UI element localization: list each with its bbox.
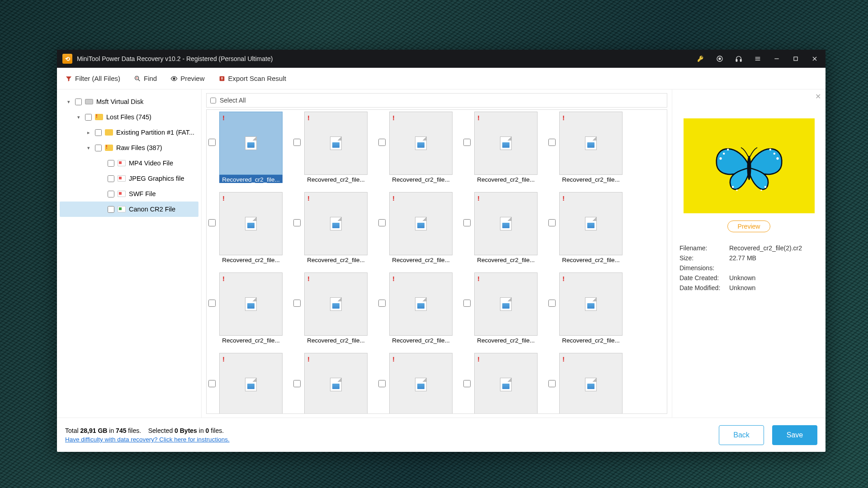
thumbnail-label: Recovered_cr2_file... (219, 175, 283, 183)
select-all-checkbox[interactable] (210, 98, 216, 103)
maximize-icon[interactable] (788, 52, 804, 66)
tree-checkbox[interactable] (95, 129, 102, 136)
file-thumbnail[interactable]: !Recovered_cr2_file... (293, 353, 368, 414)
file-thumbnail[interactable]: !Recovered_cr2_file... (548, 272, 623, 344)
preview-button[interactable]: Preview (170, 75, 204, 82)
file-thumbnail[interactable]: !Recovered_cr2_file... (548, 353, 623, 414)
thumbnail-label: Recovered_cr2_file... (304, 175, 368, 183)
file-checkbox[interactable] (208, 219, 216, 226)
tree-partition[interactable]: ▸ Existing Partition #1 (FAT... (60, 125, 198, 140)
file-checkbox[interactable] (378, 380, 386, 387)
tree-checkbox[interactable] (108, 160, 114, 167)
file-grid-area: Select All !Recovered_cr2_file...!Recove… (202, 89, 672, 418)
thumbnail-image: ! (474, 112, 538, 175)
thumbnail-image: ! (304, 112, 368, 175)
export-button[interactable]: Export Scan Result (218, 75, 286, 82)
toolbar: Filter (All Files) Find Preview Export S… (57, 68, 826, 89)
file-checkbox[interactable] (463, 219, 471, 226)
file-checkbox[interactable] (293, 219, 301, 226)
thumbnail-label: Recovered_cr2_file... (474, 175, 538, 183)
svg-point-20 (773, 153, 775, 155)
tree-cr2[interactable]: ▸ Canon CR2 File (60, 202, 198, 217)
tree-checkbox[interactable] (75, 99, 82, 105)
file-checkbox[interactable] (463, 300, 471, 307)
file-thumbnail[interactable]: !Recovered_cr2_file... (378, 272, 453, 344)
tree-raw-files[interactable]: ▾ Raw Files (387) (60, 140, 198, 155)
grid-scroll[interactable]: !Recovered_cr2_file...!Recovered_cr2_fil… (206, 109, 667, 414)
tree-label: Lost Files (745) (106, 113, 151, 121)
file-thumbnail[interactable]: !Recovered_cr2_file... (208, 272, 283, 344)
file-grid: !Recovered_cr2_file...!Recovered_cr2_fil… (208, 111, 666, 414)
preview-label: Preview (180, 75, 204, 82)
file-checkbox[interactable] (463, 380, 471, 387)
file-checkbox[interactable] (293, 380, 301, 387)
tree-jpeg[interactable]: ▸ JPEG Graphics file (60, 171, 198, 186)
disc-icon[interactable] (712, 52, 728, 66)
file-checkbox[interactable] (293, 300, 301, 307)
file-checkbox[interactable] (548, 380, 556, 387)
stats-line: Total 28,91 GB in 745 files. Selected 0 … (65, 427, 230, 434)
tree-checkbox[interactable] (108, 175, 114, 182)
open-preview-button[interactable]: Preview (727, 221, 771, 232)
file-thumbnail[interactable]: !Recovered_cr2_file... (463, 272, 538, 344)
filter-button[interactable]: Filter (All Files) (65, 75, 120, 82)
file-thumbnail[interactable]: !Recovered_cr2_file... (378, 353, 453, 414)
tree-checkbox[interactable] (95, 145, 102, 151)
tree-root[interactable]: ▾ Msft Virtual Disk (60, 94, 198, 109)
file-checkbox[interactable] (208, 139, 216, 146)
file-checkbox[interactable] (378, 139, 386, 146)
back-button[interactable]: Back (719, 425, 764, 445)
file-thumbnail[interactable]: !Recovered_cr2_file... (208, 112, 283, 183)
filetype-icon (117, 205, 126, 213)
close-icon[interactable] (807, 52, 823, 66)
file-checkbox[interactable] (293, 139, 301, 146)
thumbnail-image: ! (389, 192, 453, 255)
svg-point-13 (136, 77, 137, 79)
minimize-icon[interactable] (769, 52, 785, 66)
save-button[interactable]: Save (772, 425, 817, 445)
file-thumbnail[interactable]: !Recovered_cr2_file... (378, 112, 453, 183)
file-thumbnail[interactable]: !Recovered_cr2_file... (463, 353, 538, 414)
file-checkbox[interactable] (208, 380, 216, 387)
file-checkbox[interactable] (548, 300, 556, 307)
file-thumbnail[interactable]: !Recovered_cr2_file... (293, 112, 368, 183)
file-checkbox[interactable] (208, 300, 216, 307)
thumbnail-label: Recovered_cr2_file... (389, 336, 453, 344)
file-checkbox[interactable] (548, 219, 556, 226)
svg-point-14 (173, 78, 175, 80)
file-checkbox[interactable] (378, 300, 386, 307)
key-icon[interactable] (693, 52, 709, 66)
file-thumbnail[interactable]: !Recovered_cr2_file... (293, 192, 368, 263)
file-checkbox[interactable] (378, 219, 386, 226)
thumbnail-image: ! (219, 272, 283, 336)
tree-checkbox[interactable] (85, 114, 92, 121)
select-all-bar[interactable]: Select All (206, 93, 667, 108)
svg-point-1 (719, 58, 721, 60)
headphones-icon[interactable] (731, 52, 747, 66)
tree-swf[interactable]: ▸ SWF File (60, 186, 198, 202)
help-link[interactable]: Have difficulty with data recovery? Clic… (65, 436, 230, 443)
find-button[interactable]: Find (134, 75, 157, 82)
file-thumbnail[interactable]: !Recovered_cr2_file... (463, 112, 538, 183)
file-thumbnail[interactable]: !Recovered_cr2_file... (548, 112, 623, 183)
close-preview-icon[interactable]: ✕ (815, 92, 821, 101)
menu-icon[interactable] (750, 52, 766, 66)
file-checkbox[interactable] (463, 139, 471, 146)
folder-icon (104, 144, 113, 152)
file-thumbnail[interactable]: !Recovered_cr2_file... (463, 192, 538, 263)
tree-lost-files[interactable]: ▾ Lost Files (745) (60, 109, 198, 125)
thumbnail-label: Recovered_cr2_file... (474, 255, 538, 263)
filetype-icon (117, 190, 126, 198)
file-thumbnail[interactable]: !Recovered_cr2_file... (548, 192, 623, 263)
thumbnail-image: ! (219, 112, 283, 175)
thumbnail-image: ! (389, 112, 453, 175)
thumbnail-image: ! (389, 353, 453, 414)
file-checkbox[interactable] (548, 139, 556, 146)
file-thumbnail[interactable]: !Recovered_cr2_file... (208, 353, 283, 414)
tree-checkbox[interactable] (108, 206, 114, 213)
tree-checkbox[interactable] (108, 191, 114, 197)
tree-mp4[interactable]: ▸ MP4 Video File (60, 155, 198, 171)
file-thumbnail[interactable]: !Recovered_cr2_file... (208, 192, 283, 263)
file-thumbnail[interactable]: !Recovered_cr2_file... (378, 192, 453, 263)
file-thumbnail[interactable]: !Recovered_cr2_file... (293, 272, 368, 344)
